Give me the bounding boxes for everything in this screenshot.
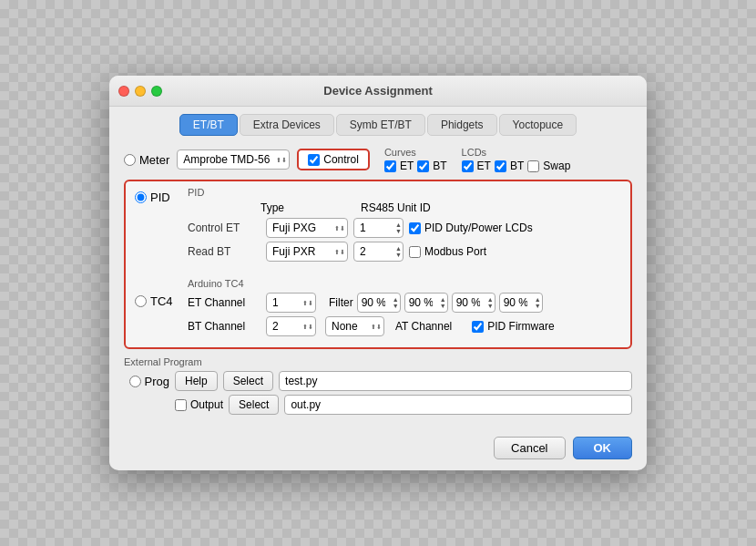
arduino-header: Arduino TC4 — [188, 278, 621, 289]
read-bt-id-wrapper: ▲ ▼ — [353, 242, 404, 262]
filter4-down[interactable]: ▼ — [535, 303, 541, 309]
at-channel-label: AT Channel — [395, 320, 452, 333]
filter2-down[interactable]: ▼ — [440, 303, 446, 309]
curves-bt-checkbox[interactable] — [417, 160, 429, 172]
control-checkbox[interactable] — [308, 154, 320, 166]
curves-row: ET BT — [384, 160, 447, 172]
pid-radio[interactable] — [135, 191, 147, 203]
tc4-full-row: TC4 Arduino TC4 ET Channel 1 Filter — [135, 273, 621, 340]
control-et-id-down[interactable]: ▼ — [395, 228, 402, 234]
tab-phidgets[interactable]: Phidgets — [427, 114, 497, 136]
lcds-bt-checkbox[interactable] — [495, 160, 506, 172]
prog-label-area: Prog — [124, 375, 169, 388]
pid-firmware-checkbox[interactable] — [472, 321, 484, 333]
none-select-wrapper: None — [325, 316, 384, 336]
meter-select[interactable]: Amprobe TMD-56 — [177, 149, 290, 170]
prog-label: Prog — [145, 375, 169, 388]
meter-label: Meter — [139, 153, 169, 167]
filter1-up[interactable]: ▲ — [393, 296, 399, 303]
type-col-header: Type — [261, 201, 361, 214]
filter1-wrapper: ▲ ▼ — [357, 293, 401, 313]
pid-full-row: PID PID Type RS485 Unit ID Control ET — [135, 187, 621, 265]
control-et-id-up[interactable]: ▲ — [395, 221, 402, 228]
read-bt-label: Read BT — [188, 245, 261, 258]
bt-channel-label: BT Channel — [188, 320, 261, 333]
close-button[interactable] — [118, 86, 129, 97]
ok-button[interactable]: OK — [573, 437, 633, 459]
output-filename-input[interactable] — [284, 395, 632, 415]
filter2-stepper: ▲ ▼ — [440, 296, 446, 309]
et-channel-wrapper: 1 — [266, 293, 316, 313]
pid-tc4-box: PID PID Type RS485 Unit ID Control ET — [124, 180, 632, 349]
meter-radio[interactable] — [124, 154, 136, 166]
output-checkbox[interactable] — [175, 399, 187, 411]
lcds-bt-label: BT — [510, 160, 524, 172]
filter3-up[interactable]: ▲ — [487, 296, 494, 303]
control-button[interactable]: Control — [297, 149, 370, 170]
et-channel-select[interactable]: 1 — [266, 293, 316, 313]
maximize-button[interactable] — [151, 86, 162, 97]
modbus-checkbox[interactable] — [409, 246, 421, 258]
meter-radio-group: Meter — [124, 153, 169, 167]
filter3-down[interactable]: ▼ — [487, 303, 494, 309]
type-col-spacer — [188, 201, 261, 214]
pid-section-header: PID — [188, 187, 621, 198]
bt-channel-wrapper: 2 — [266, 316, 316, 336]
curves-et-checkbox[interactable] — [384, 160, 396, 172]
pid-read-bt-row: Read BT Fuji PXR ▲ ▼ — [188, 242, 621, 262]
control-et-label: Control ET — [188, 221, 261, 234]
output-check-label: Output — [175, 398, 223, 411]
filter1-down[interactable]: ▼ — [393, 303, 399, 309]
bt-channel-select[interactable]: 2 — [266, 316, 316, 336]
minimize-button[interactable] — [135, 86, 146, 97]
duty-power-checkbox[interactable] — [409, 222, 421, 234]
pid-control-et-row: Control ET Fuji PXG ▲ ▼ — [188, 218, 621, 238]
prog-radio[interactable] — [129, 376, 141, 387]
filter4-stepper: ▲ ▼ — [535, 296, 541, 309]
none-select[interactable]: None — [325, 316, 384, 336]
tc4-section-inner: Arduino TC4 ET Channel 1 Filter — [188, 273, 621, 340]
meter-select-wrapper: Amprobe TMD-56 — [177, 149, 290, 170]
lcds-swap-checkbox[interactable] — [527, 160, 539, 172]
ext-output-row: Output Select — [124, 395, 632, 415]
tab-extra-devices[interactable]: Extra Devices — [240, 114, 334, 136]
read-bt-type-select[interactable]: Fuji PXR — [266, 242, 348, 262]
pid-firmware-label: PID Firmware — [487, 320, 554, 333]
footer: Cancel OK — [109, 429, 647, 470]
control-et-type-wrapper: Fuji PXG — [266, 218, 348, 238]
tc4-et-channel-row: ET Channel 1 Filter ▲ — [188, 293, 621, 313]
control-et-type-select[interactable]: Fuji PXG — [266, 218, 348, 238]
pid-firmware-check-label: PID Firmware — [472, 320, 554, 333]
select-output-button[interactable]: Select — [229, 395, 279, 415]
tab-symb-etbt[interactable]: Symb ET/BT — [336, 114, 425, 136]
filter2-up[interactable]: ▲ — [440, 296, 446, 303]
duty-power-label: PID Duty/Power LCDs — [424, 221, 533, 234]
prog-filename-input[interactable] — [279, 371, 632, 391]
read-bt-id-up[interactable]: ▲ — [395, 245, 402, 252]
et-channel-label: ET Channel — [188, 296, 261, 309]
help-button[interactable]: Help — [175, 371, 218, 391]
prog-radio-group: Prog — [129, 375, 169, 388]
lcds-et-checkbox[interactable] — [462, 160, 474, 172]
tabs-row: ET/BT Extra Devices Symb ET/BT Phidgets … — [109, 107, 647, 139]
lcds-et-label: ET — [477, 160, 491, 172]
read-bt-id-stepper: ▲ ▼ — [395, 245, 402, 258]
window-controls — [118, 86, 162, 97]
tab-etbt[interactable]: ET/BT — [179, 114, 238, 136]
read-bt-id-down[interactable]: ▼ — [395, 252, 402, 258]
lcds-row: ET BT Swap — [462, 160, 571, 172]
tc4-radio[interactable] — [135, 295, 147, 307]
pid-radio-group: PID — [135, 191, 170, 204]
select-prog-button[interactable]: Select — [223, 371, 273, 391]
control-label: Control — [323, 153, 359, 166]
filter4-up[interactable]: ▲ — [535, 296, 541, 303]
cancel-button[interactable]: Cancel — [494, 437, 565, 459]
curves-label: Curves — [384, 147, 447, 158]
control-et-id-stepper: ▲ ▼ — [395, 221, 402, 234]
control-et-id-wrapper: ▲ ▼ — [353, 218, 404, 238]
tc4-bt-channel-row: BT Channel 2 None AT Channel — [188, 316, 621, 336]
filter1-stepper: ▲ ▼ — [393, 296, 399, 309]
tab-yoctopuce[interactable]: Yoctopuce — [499, 114, 577, 136]
ext-prog-row: Prog Help Select — [124, 371, 632, 391]
tc4-radio-group: TC4 — [135, 294, 173, 308]
